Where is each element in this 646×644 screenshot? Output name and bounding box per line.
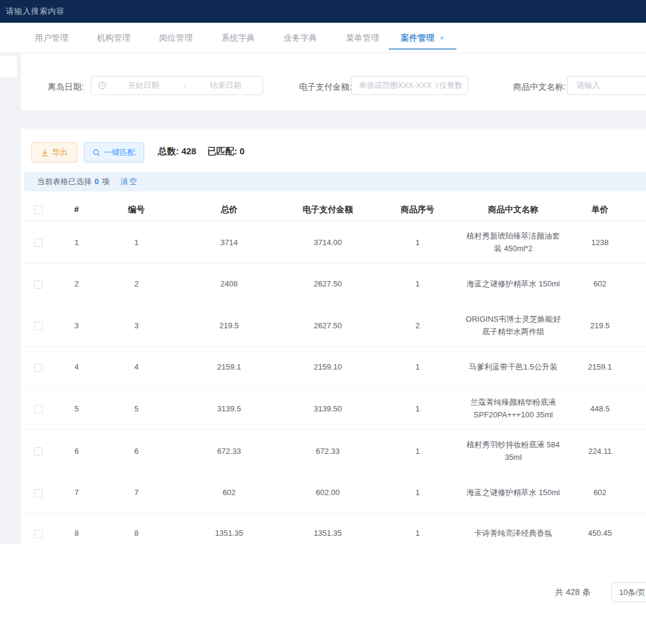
matched-value: 0 [240, 146, 245, 156]
row-checkbox[interactable] [34, 489, 42, 498]
cell-epay-amount: 3714.00 [286, 236, 370, 249]
column-header: 单价 [561, 203, 639, 216]
cell-product-seq: 2 [370, 319, 465, 332]
search-icon [93, 149, 100, 157]
clear-selection-link[interactable]: 清空 [120, 176, 138, 187]
one-click-match-button[interactable]: 一键匹配 [84, 142, 144, 163]
cell-product-seq: 1 [370, 277, 465, 290]
cell-total-price: 219.5 [172, 319, 286, 332]
totals-summary: 总数: 428 已匹配: 0 [158, 146, 245, 157]
date-end-placeholder[interactable]: 结束日期 [189, 80, 263, 91]
table-row: 8 8 1351.35 1351.35 1 卡诗菁纯亮泽经典香氛 450.45 [24, 513, 646, 543]
cell-total-price: 3714 [172, 236, 286, 249]
cell-epay-amount: 2627.50 [286, 277, 370, 290]
product-name-input[interactable]: 请输入 [567, 76, 646, 95]
date-filter-label: 离岛日期: [48, 82, 84, 93]
table-row: 1 1 3714 3714.00 1 植村秀新琥珀臻萃洁颜油套装 450ml*2… [24, 221, 646, 264]
cell-index: 3 [53, 319, 100, 332]
cell-product-name: ORIGINS韦博士灵芝焕能好底子精华水两件组 [465, 313, 561, 338]
cell-unit-price: 224.11 [561, 445, 639, 457]
tab-岗位管理[interactable]: 岗位管理 [145, 23, 207, 53]
table-row: 6 6 672.33 672.33 1 植村秀羽纱持妆粉底液 584 35ml … [24, 430, 646, 472]
cell-product-name: 海蓝之谜修护精萃水 150ml [465, 486, 561, 499]
cell-epay-amount: 602.00 [286, 486, 370, 499]
row-checkbox[interactable] [34, 322, 42, 330]
table-body: 1 1 3714 3714.00 1 植村秀新琥珀臻萃洁颜油套装 450ml*2… [24, 221, 646, 543]
select-all-checkbox[interactable] [34, 206, 42, 214]
tab-系统字典[interactable]: 系统字典 [207, 23, 269, 53]
cell-unit-price: 448.5 [561, 402, 639, 415]
selection-count: 0 [95, 177, 99, 186]
cell-index: 1 [53, 236, 100, 249]
cell-unit-price: 1238 [561, 236, 639, 249]
page-size-select[interactable]: 10条/页 [611, 582, 646, 602]
selection-bar: 当前表格已选择 0 项 清空 [24, 172, 646, 191]
clock-icon [98, 81, 106, 90]
cell-epay-amount: 672.33 [286, 445, 370, 457]
cell-total-price: 602 [172, 486, 286, 499]
product-name-filter-label: 商品中文名称: [513, 82, 566, 93]
cell-epay-amount: 2159.10 [286, 361, 370, 373]
table-row: 7 7 602 602.00 1 海蓝之谜修护精萃水 150ml 602 [24, 472, 646, 513]
tab-bar: 用户管理机构管理岗位管理系统字典业务字典菜单管理案件管理× [0, 23, 646, 53]
cell-epay-amount: 3139.50 [286, 402, 370, 415]
export-button[interactable]: 导出 [31, 142, 78, 163]
cell-product-seq: 1 [370, 527, 465, 539]
row-checkbox[interactable] [34, 405, 42, 413]
sidebar-collapse-corner[interactable] [0, 56, 18, 78]
matched-label: 已匹配: [207, 146, 237, 156]
date-range-input[interactable]: 开始日期 - 结束日期 [91, 76, 263, 95]
column-header: 总价 [172, 203, 286, 216]
date-separator: - [181, 81, 189, 90]
table-row: 4 4 2159.1 2159.10 1 马爹利蓝带干邑1.5公升装 2159.… [24, 347, 646, 387]
row-checkbox[interactable] [34, 364, 42, 372]
cell-product-seq: 1 [370, 486, 465, 499]
cell-code: 1 [100, 236, 172, 249]
row-checkbox[interactable] [34, 280, 42, 289]
cell-code: 7 [100, 486, 172, 499]
cell-unit-price: 2159.1 [561, 361, 639, 373]
cell-epay-amount: 1351.35 [286, 527, 370, 539]
cell-product-name: 植村秀羽纱持妆粉底液 584 35ml [465, 438, 561, 463]
cell-total-price: 2159.1 [172, 361, 286, 373]
tab-菜单管理[interactable]: 菜单管理 [331, 23, 394, 53]
date-start-placeholder[interactable]: 开始日期 [106, 80, 181, 91]
cell-product-seq: 1 [370, 236, 465, 249]
row-checkbox[interactable] [34, 447, 42, 456]
cell-unit-price: 450.45 [561, 527, 639, 539]
download-icon [41, 149, 48, 157]
row-checkbox[interactable] [34, 239, 42, 247]
column-header: 商品序号 [370, 203, 465, 216]
amount-input[interactable]: 单值或范围XXX-XXX（仅整数 [351, 76, 468, 95]
tab-业务字典[interactable]: 业务字典 [269, 23, 331, 53]
tab-案件管理[interactable]: 案件管理× [394, 23, 454, 53]
table-header: #编号总价电子支付金额商品序号商品中文名称单价 [24, 199, 646, 221]
row-checkbox[interactable] [34, 530, 42, 538]
total-label: 总数: [158, 146, 179, 156]
selection-prefix: 当前表格已选择 [37, 176, 92, 187]
cell-index: 6 [53, 445, 100, 457]
tab-用户管理[interactable]: 用户管理 [20, 23, 83, 53]
cell-index: 7 [53, 486, 100, 499]
global-search-input[interactable]: 请输入搜索内容 [6, 6, 65, 17]
cell-product-name: 马爹利蓝带干邑1.5公升装 [465, 361, 561, 373]
cell-total-price: 672.33 [172, 445, 286, 457]
cell-index: 2 [53, 277, 100, 290]
table-row: 2 2 2408 2627.50 1 海蓝之谜修护精萃水 150ml 602 [24, 264, 646, 304]
cell-unit-price: 602 [561, 277, 639, 290]
cell-code: 4 [100, 361, 172, 373]
pagination-total: 共 428 条 [555, 587, 590, 598]
tab-close-icon[interactable]: × [440, 33, 444, 42]
cell-unit-price: 602 [561, 486, 639, 499]
table-panel: 导出 一键匹配 总数: 428 已匹配: 0 当前表格已选择 0 项 清空 #编… [21, 129, 646, 543]
section-divider [0, 111, 646, 129]
selection-suffix: 项 [102, 176, 109, 187]
tab-机构管理[interactable]: 机构管理 [83, 23, 145, 53]
cell-product-name: 卡诗菁纯亮泽经典香氛 [465, 527, 561, 539]
cell-total-price: 1351.35 [172, 527, 286, 539]
cell-total-price: 3139.5 [172, 402, 286, 415]
table-row: 5 5 3139.5 3139.50 1 兰蔻菁纯臻颜精华粉底液SPF20PA+… [24, 387, 646, 430]
column-header: 电子支付金额 [286, 203, 370, 216]
cell-unit-price: 219.5 [561, 319, 639, 332]
column-header: 编号 [100, 203, 172, 216]
